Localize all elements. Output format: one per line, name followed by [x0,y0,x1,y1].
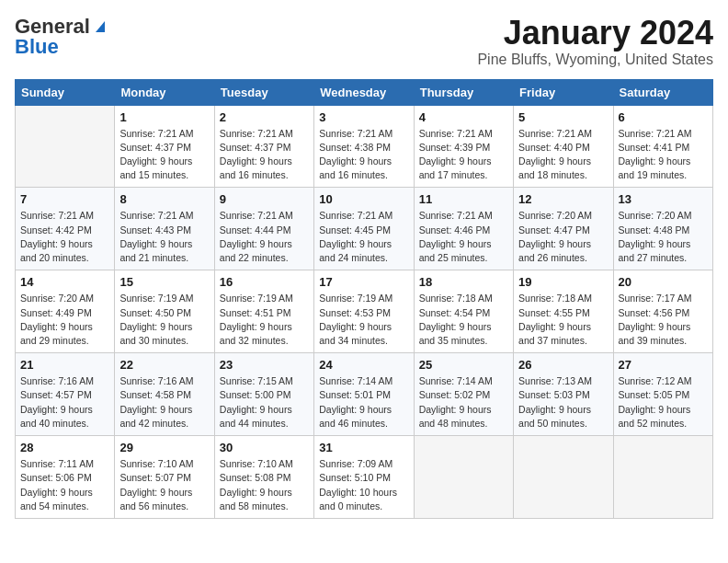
day-info: Sunrise: 7:10 AM Sunset: 5:07 PM Dayligh… [119,457,209,513]
day-info: Sunrise: 7:12 AM Sunset: 5:05 PM Dayligh… [619,374,708,431]
calendar-cell: 20Sunrise: 7:17 AM Sunset: 4:56 PM Dayli… [613,270,712,353]
calendar-cell: 27Sunrise: 7:12 AM Sunset: 5:05 PM Dayli… [613,353,712,436]
day-number: 23 [220,358,309,372]
day-info: Sunrise: 7:14 AM Sunset: 5:01 PM Dayligh… [319,374,408,431]
calendar-cell: 3Sunrise: 7:21 AM Sunset: 4:38 PM Daylig… [314,105,414,188]
calendar-header-sunday: Sunday [16,79,115,105]
calendar-week-2: 7Sunrise: 7:21 AM Sunset: 4:42 PM Daylig… [16,188,713,270]
day-info: Sunrise: 7:16 AM Sunset: 4:57 PM Dayligh… [20,374,109,431]
day-info: Sunrise: 7:21 AM Sunset: 4:42 PM Dayligh… [20,209,109,265]
calendar-cell: 8Sunrise: 7:21 AM Sunset: 4:43 PM Daylig… [115,188,214,270]
logo-icon [92,17,108,34]
calendar-cell [414,436,513,519]
day-info: Sunrise: 7:20 AM Sunset: 4:47 PM Dayligh… [518,209,608,265]
day-number: 14 [20,275,109,289]
day-info: Sunrise: 7:17 AM Sunset: 4:56 PM Dayligh… [619,292,708,348]
day-number: 7 [20,192,109,206]
calendar-cell: 4Sunrise: 7:21 AM Sunset: 4:39 PM Daylig… [414,105,513,188]
calendar-header-saturday: Saturday [613,79,712,105]
day-info: Sunrise: 7:09 AM Sunset: 5:10 PM Dayligh… [319,457,408,513]
calendar-cell: 28Sunrise: 7:11 AM Sunset: 5:06 PM Dayli… [16,436,115,519]
calendar-cell: 31Sunrise: 7:09 AM Sunset: 5:10 PM Dayli… [314,436,414,519]
day-info: Sunrise: 7:21 AM Sunset: 4:38 PM Dayligh… [319,127,408,183]
day-number: 17 [319,275,408,289]
calendar-cell: 14Sunrise: 7:20 AM Sunset: 4:49 PM Dayli… [16,270,115,353]
day-number: 9 [220,192,309,206]
calendar-table: SundayMondayTuesdayWednesdayThursdayFrid… [15,79,713,519]
day-number: 10 [319,192,408,206]
day-number: 2 [220,110,309,124]
day-info: Sunrise: 7:20 AM Sunset: 4:49 PM Dayligh… [20,292,109,348]
calendar-cell [613,436,712,519]
day-info: Sunrise: 7:18 AM Sunset: 4:54 PM Dayligh… [419,292,508,348]
day-number: 26 [518,358,608,372]
calendar-cell: 30Sunrise: 7:10 AM Sunset: 5:08 PM Dayli… [214,436,313,519]
calendar-week-3: 14Sunrise: 7:20 AM Sunset: 4:49 PM Dayli… [16,270,713,353]
day-number: 16 [220,275,309,289]
day-info: Sunrise: 7:13 AM Sunset: 5:03 PM Dayligh… [518,374,608,431]
calendar-cell: 21Sunrise: 7:16 AM Sunset: 4:57 PM Dayli… [16,353,115,436]
day-info: Sunrise: 7:15 AM Sunset: 5:00 PM Dayligh… [220,374,309,431]
day-number: 3 [319,110,408,124]
day-number: 28 [20,441,109,454]
calendar-cell: 22Sunrise: 7:16 AM Sunset: 4:58 PM Dayli… [115,353,214,436]
calendar-cell: 10Sunrise: 7:21 AM Sunset: 4:45 PM Dayli… [314,188,414,270]
day-info: Sunrise: 7:21 AM Sunset: 4:37 PM Dayligh… [119,127,209,183]
day-number: 8 [119,192,209,206]
day-number: 25 [419,358,508,372]
day-info: Sunrise: 7:16 AM Sunset: 4:58 PM Dayligh… [119,374,209,431]
calendar-cell: 6Sunrise: 7:21 AM Sunset: 4:41 PM Daylig… [613,105,712,188]
day-number: 29 [119,441,209,454]
calendar-cell: 15Sunrise: 7:19 AM Sunset: 4:50 PM Dayli… [115,270,214,353]
day-info: Sunrise: 7:21 AM Sunset: 4:41 PM Dayligh… [619,127,708,183]
day-number: 19 [518,275,608,289]
day-number: 4 [419,110,508,124]
day-info: Sunrise: 7:21 AM Sunset: 4:39 PM Dayligh… [419,127,508,183]
month-title: January 2024 [477,15,713,52]
calendar-cell: 24Sunrise: 7:14 AM Sunset: 5:01 PM Dayli… [314,353,414,436]
day-number: 30 [220,441,309,454]
calendar-cell: 23Sunrise: 7:15 AM Sunset: 5:00 PM Dayli… [214,353,313,436]
calendar-week-1: 1Sunrise: 7:21 AM Sunset: 4:37 PM Daylig… [16,105,713,188]
calendar-cell: 17Sunrise: 7:19 AM Sunset: 4:53 PM Dayli… [314,270,414,353]
calendar-cell: 12Sunrise: 7:20 AM Sunset: 4:47 PM Dayli… [514,188,613,270]
title-area: January 2024 Pine Bluffs, Wyoming, Unite… [477,15,713,68]
day-info: Sunrise: 7:21 AM Sunset: 4:37 PM Dayligh… [220,127,309,183]
calendar-cell: 2Sunrise: 7:21 AM Sunset: 4:37 PM Daylig… [214,105,313,188]
logo-blue-text: Blue [15,35,59,59]
day-number: 15 [119,275,209,289]
day-number: 18 [419,275,508,289]
calendar-cell: 1Sunrise: 7:21 AM Sunset: 4:37 PM Daylig… [115,105,214,188]
calendar-cell: 25Sunrise: 7:14 AM Sunset: 5:02 PM Dayli… [414,353,513,436]
day-info: Sunrise: 7:20 AM Sunset: 4:48 PM Dayligh… [619,209,708,265]
day-info: Sunrise: 7:21 AM Sunset: 4:40 PM Dayligh… [518,127,608,183]
calendar-header-monday: Monday [115,79,214,105]
day-info: Sunrise: 7:19 AM Sunset: 4:53 PM Dayligh… [319,292,408,348]
day-number: 20 [619,275,708,289]
calendar-cell: 16Sunrise: 7:19 AM Sunset: 4:51 PM Dayli… [214,270,313,353]
page-header: General Blue January 2024 Pine Bluffs, W… [15,15,713,68]
day-info: Sunrise: 7:11 AM Sunset: 5:06 PM Dayligh… [20,457,109,513]
day-info: Sunrise: 7:21 AM Sunset: 4:45 PM Dayligh… [319,209,408,265]
location-text: Pine Bluffs, Wyoming, United States [477,52,713,68]
calendar-header-thursday: Thursday [414,79,513,105]
day-number: 27 [619,358,708,372]
day-info: Sunrise: 7:10 AM Sunset: 5:08 PM Dayligh… [220,457,309,513]
calendar-cell: 18Sunrise: 7:18 AM Sunset: 4:54 PM Dayli… [414,270,513,353]
day-info: Sunrise: 7:21 AM Sunset: 4:43 PM Dayligh… [119,209,209,265]
calendar-cell: 11Sunrise: 7:21 AM Sunset: 4:46 PM Dayli… [414,188,513,270]
calendar-cell [16,105,115,188]
calendar-header-tuesday: Tuesday [214,79,313,105]
logo: General Blue [15,15,108,59]
day-number: 6 [619,110,708,124]
day-number: 5 [518,110,608,124]
calendar-week-5: 28Sunrise: 7:11 AM Sunset: 5:06 PM Dayli… [16,436,713,519]
calendar-cell: 19Sunrise: 7:18 AM Sunset: 4:55 PM Dayli… [514,270,613,353]
calendar-cell: 26Sunrise: 7:13 AM Sunset: 5:03 PM Dayli… [514,353,613,436]
calendar-header-row: SundayMondayTuesdayWednesdayThursdayFrid… [16,79,713,105]
calendar-cell [514,436,613,519]
day-number: 11 [419,192,508,206]
day-number: 22 [119,358,209,372]
calendar-header-friday: Friday [514,79,613,105]
calendar-cell: 29Sunrise: 7:10 AM Sunset: 5:07 PM Dayli… [115,436,214,519]
